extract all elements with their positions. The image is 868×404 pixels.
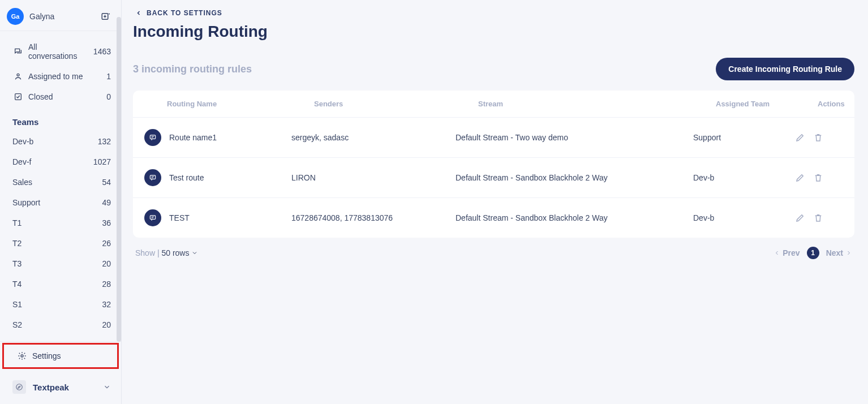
svg-point-1 — [17, 74, 19, 76]
team-name: T3 — [12, 259, 22, 268]
route-team: Dev-b — [693, 173, 795, 182]
team-count: 32 — [102, 300, 111, 309]
team-name: Support — [12, 198, 40, 207]
team-item[interactable]: S132 — [0, 294, 121, 315]
chevron-left-icon — [774, 250, 780, 256]
rows-value: 50 rows — [161, 248, 189, 257]
team-name: S1 — [12, 300, 22, 309]
nav-label: Assigned to me — [28, 72, 83, 81]
prev-label: Prev — [783, 248, 800, 257]
team-count: 28 — [102, 280, 111, 289]
rows-select[interactable]: 50 rows — [161, 248, 198, 257]
nav-count: 1463 — [93, 47, 111, 56]
teams-list: Dev-b132 Dev-f1027 Sales54 Support49 T13… — [0, 131, 121, 335]
team-name: T4 — [12, 280, 22, 289]
col-routing-name: Routing Name — [167, 100, 314, 108]
edit-icon[interactable] — [795, 132, 805, 143]
back-label: BACK TO SETTINGS — [147, 9, 222, 17]
check-square-icon — [14, 92, 23, 101]
compass-icon — [15, 383, 23, 391]
compose-button[interactable] — [100, 10, 112, 23]
svg-rect-5 — [150, 135, 155, 139]
team-item[interactable]: Dev-b132 — [0, 131, 121, 152]
rules-count: 3 incoming routing rules — [133, 63, 252, 75]
team-count: 54 — [102, 178, 111, 187]
workspace-logo — [12, 380, 26, 394]
chevron-down-icon — [191, 250, 198, 256]
team-item[interactable]: Sales54 — [0, 172, 121, 192]
team-item[interactable]: T136 — [0, 213, 121, 233]
sidebar-header: Ga Galyna — [0, 0, 121, 31]
nav-all-conversations[interactable]: All conversations 1463 — [0, 37, 121, 66]
rows-per-page: Show | 50 rows — [135, 248, 198, 257]
user-name: Galyna — [29, 12, 54, 21]
settings-link[interactable]: Settings — [2, 343, 119, 369]
team-item[interactable]: Support49 — [0, 192, 121, 213]
route-name: TEST — [169, 213, 190, 222]
team-count: 26 — [102, 239, 111, 248]
route-senders: sergeyk, sadasc — [291, 133, 456, 142]
edit-icon[interactable] — [795, 173, 805, 183]
create-routing-rule-button[interactable]: Create Incoming Routing Rule — [716, 58, 854, 80]
svg-rect-2 — [15, 94, 22, 100]
back-to-settings[interactable]: BACK TO SETTINGS — [133, 7, 854, 23]
col-stream: Stream — [478, 100, 716, 108]
route-icon — [144, 169, 161, 186]
svg-rect-7 — [150, 216, 155, 219]
routing-table: Routing Name Senders Stream Assigned Tea… — [133, 91, 854, 238]
user-icon — [14, 72, 23, 81]
team-name: Dev-f — [12, 157, 31, 166]
nav-label: Closed — [28, 92, 53, 101]
nav-count: 0 — [106, 92, 111, 101]
col-assigned-team: Assigned Team — [716, 100, 818, 108]
col-senders: Senders — [314, 100, 478, 108]
team-count: 20 — [102, 259, 111, 268]
message-icon — [149, 174, 157, 182]
team-name: Sales — [12, 178, 32, 187]
main-content: BACK TO SETTINGS Incoming Routing 3 inco… — [122, 0, 868, 404]
message-icon — [149, 214, 157, 222]
route-icon — [144, 209, 161, 226]
gear-icon — [18, 351, 27, 360]
edit-icon[interactable] — [795, 213, 805, 223]
team-name: T2 — [12, 239, 22, 248]
prev-button[interactable]: Prev — [774, 248, 800, 257]
table-header: Routing Name Senders Stream Assigned Tea… — [133, 91, 854, 117]
team-item[interactable]: S220 — [0, 315, 121, 335]
page-number[interactable]: 1 — [807, 247, 819, 259]
avatar[interactable]: Ga — [7, 8, 24, 25]
route-senders: 16728674008, 17783813076 — [291, 213, 456, 222]
team-item[interactable]: T226 — [0, 233, 121, 253]
next-label: Next — [826, 248, 843, 257]
team-count: 20 — [102, 320, 111, 329]
team-item[interactable]: T428 — [0, 274, 121, 294]
message-icon — [149, 134, 157, 141]
route-name: Route name1 — [169, 133, 217, 142]
next-button[interactable]: Next — [826, 248, 852, 257]
team-name: S2 — [12, 320, 22, 329]
delete-icon[interactable] — [813, 173, 823, 183]
table-footer: Show | 50 rows Prev 1 Next — [133, 238, 854, 259]
svg-point-3 — [21, 355, 23, 357]
page-title: Incoming Routing — [133, 23, 854, 41]
nav-assigned-to-me[interactable]: Assigned to me 1 — [0, 66, 121, 87]
nav-count: 1 — [106, 72, 111, 81]
delete-icon[interactable] — [813, 132, 823, 143]
subheader-row: 3 incoming routing rules Create Incoming… — [133, 58, 854, 80]
team-item[interactable]: T320 — [0, 253, 121, 274]
settings-label: Settings — [32, 351, 61, 360]
workspace-switcher[interactable]: Textpeak — [0, 370, 121, 404]
delete-icon[interactable] — [813, 213, 823, 223]
team-count: 49 — [102, 198, 111, 207]
team-item[interactable]: Dev-f1027 — [0, 152, 121, 172]
sidebar-footer: Settings Textpeak — [0, 341, 121, 404]
show-label: Show — [135, 248, 155, 257]
table-row: Test route LIRON Default Stream - Sandbo… — [133, 157, 854, 197]
sidebar-scrollbar[interactable] — [117, 17, 121, 342]
pagination: Prev 1 Next — [774, 247, 852, 259]
svg-rect-6 — [150, 175, 155, 179]
chevron-right-icon — [845, 250, 852, 256]
nav-closed[interactable]: Closed 0 — [0, 87, 121, 107]
sidebar: Ga Galyna All conversations 1463 Assigne… — [0, 0, 122, 404]
nav-section: All conversations 1463 Assigned to me 1 … — [0, 31, 121, 107]
